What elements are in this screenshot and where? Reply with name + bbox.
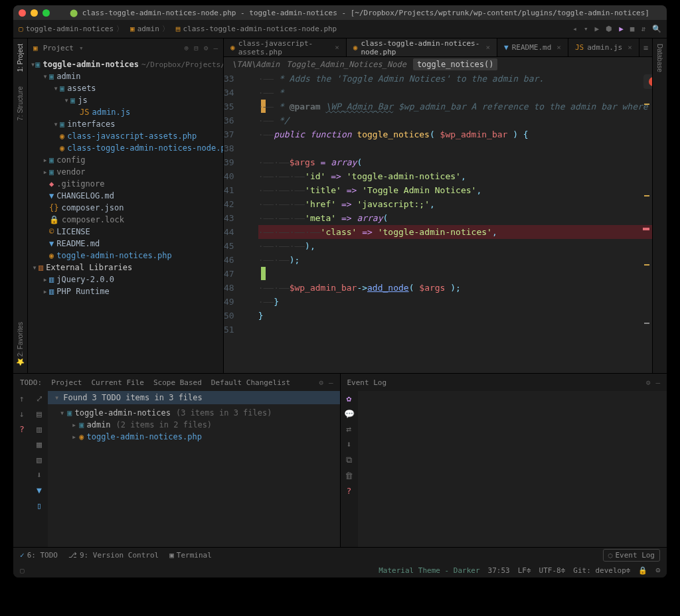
- tab-list-icon[interactable]: ≡: [639, 43, 652, 52]
- project-tree[interactable]: ▾▣toggle-admin-notices~/Dropbox/Projects…: [28, 57, 223, 373]
- tree-lib-jquery[interactable]: ▸▥jQuery-2.0.0: [28, 273, 223, 285]
- breadcrumb-project[interactable]: ▢toggle-admin-notices〉: [19, 24, 124, 34]
- collapse-all-icon[interactable]: ⊟: [194, 44, 199, 52]
- status-line-sep[interactable]: LF≑: [518, 566, 531, 575]
- clear-icon[interactable]: 🗑: [345, 471, 353, 481]
- status-git-branch[interactable]: Git: develop≑: [573, 566, 630, 575]
- close-icon[interactable]: ×: [556, 43, 561, 52]
- todo-tab-scope[interactable]: Scope Based: [153, 378, 202, 387]
- todo-tree-admin[interactable]: ▸▣admin(2 items in 2 files): [48, 419, 340, 431]
- copy-icon[interactable]: ⧉: [346, 455, 352, 465]
- crumb-function[interactable]: toggle_notices(): [413, 58, 498, 70]
- close-icon[interactable]: ×: [628, 43, 632, 52]
- tree-file-composerlock[interactable]: 🔒composer.lock: [28, 214, 223, 226]
- run-with-coverage-icon[interactable]: ▶: [619, 25, 624, 33]
- expand-icon[interactable]: ⤢: [36, 394, 43, 404]
- tree-folder-interfaces[interactable]: ▾▣interfaces: [28, 118, 223, 130]
- tree-folder-admin[interactable]: ▾▣admin: [28, 70, 223, 82]
- preview-icon[interactable]: ▯: [37, 501, 42, 510]
- database-tool-button[interactable]: Database: [656, 44, 663, 72]
- event-log-button[interactable]: ◌ Event Log: [603, 549, 660, 562]
- tab-readme[interactable]: ▼README.md×: [497, 38, 568, 56]
- structure-tool-button[interactable]: 7: Structure: [17, 86, 24, 121]
- vcs-update-icon[interactable]: ⇵: [641, 25, 645, 33]
- tab-ctan[interactable]: ◉class-toggle-admin-notices-node.php×: [347, 38, 497, 56]
- project-tool-button[interactable]: 1: Project: [17, 44, 24, 72]
- tree-file-license[interactable]: ©LICENSE: [28, 226, 223, 238]
- tree-folder-js[interactable]: ▾▣js: [28, 94, 223, 106]
- scroll-icon[interactable]: ⬇: [347, 439, 352, 449]
- tree-folder-assets[interactable]: ▾▣assets: [28, 82, 223, 94]
- flatten-icon[interactable]: ▧: [37, 455, 42, 465]
- favorites-tool-button[interactable]: ⭐ 2: Favorites: [17, 322, 24, 366]
- tree-file-readme[interactable]: ▼README.md: [28, 238, 223, 250]
- module-icon[interactable]: ▦: [37, 439, 42, 449]
- navigation-bar: ▢toggle-admin-notices〉 ▣admin〉 ▤class-to…: [13, 20, 667, 38]
- debug-icon[interactable]: ⬢: [606, 25, 612, 33]
- tree-file-adminjs[interactable]: JSadmin.js: [28, 106, 223, 118]
- project-view-label[interactable]: Project: [43, 44, 74, 52]
- help-icon[interactable]: ?: [347, 486, 352, 496]
- close-window-icon[interactable]: [19, 9, 26, 17]
- breadcrumb-file[interactable]: ▤class-toggle-admin-notices-node.php: [176, 25, 337, 33]
- status-theme[interactable]: Material Theme - Darker: [379, 566, 479, 575]
- back-icon[interactable]: ◂: [572, 25, 577, 33]
- lock-icon[interactable]: 🔒: [638, 566, 647, 575]
- run-icon[interactable]: ▶: [595, 25, 600, 33]
- breadcrumb-folder[interactable]: ▣admin〉: [130, 24, 169, 34]
- tree-file-composerjson[interactable]: {}composer.json: [28, 202, 223, 214]
- stop-icon[interactable]: ■: [630, 25, 635, 33]
- gear-icon[interactable]: ⚙: [204, 44, 209, 52]
- hide-panel-icon[interactable]: —: [329, 378, 333, 387]
- todo-tree-file[interactable]: ▸◉toggle-admin-notices.php: [48, 431, 340, 443]
- filter-icon[interactable]: ▼: [37, 485, 42, 495]
- close-icon[interactable]: ×: [485, 43, 490, 52]
- tab-adminjs[interactable]: JSadmin.js×: [568, 38, 639, 56]
- crumb-class[interactable]: Toggle_Admin_Notices_Node: [286, 60, 406, 69]
- status-caret-pos[interactable]: 37:53: [488, 566, 510, 575]
- tool-windows-icon[interactable]: ▢: [20, 566, 25, 575]
- hector-icon[interactable]: ☺: [655, 566, 660, 575]
- tree-folder-config[interactable]: ▸▣config: [28, 154, 223, 166]
- autoscroll-icon[interactable]: ▤: [37, 409, 42, 419]
- search-icon[interactable]: 🔍: [652, 25, 661, 33]
- hide-panel-icon[interactable]: —: [655, 378, 660, 387]
- prev-todo-icon[interactable]: ↑: [19, 394, 25, 404]
- todo-tree-root[interactable]: ▾▣toggle-admin-notices(3 items in 3 file…: [48, 407, 340, 419]
- settings-icon[interactable]: ✿: [347, 394, 352, 404]
- gear-icon[interactable]: ⚙: [319, 378, 323, 387]
- close-icon[interactable]: ×: [335, 43, 339, 52]
- next-todo-icon[interactable]: ↓: [19, 409, 25, 419]
- tree-folder-vendor[interactable]: ▸▣vendor: [28, 166, 223, 178]
- todo-tool-button[interactable]: ✓6: TODO: [20, 551, 58, 560]
- tree-file-changelog[interactable]: ▼CHANGELOG.md: [28, 190, 223, 202]
- export-icon[interactable]: ⬇: [37, 470, 42, 480]
- minimize-window-icon[interactable]: [31, 9, 38, 17]
- tree-file-tanphp[interactable]: ◉toggle-admin-notices.php: [28, 250, 223, 262]
- crumb-namespace[interactable]: \TAN\Admin: [232, 60, 280, 69]
- tree-root[interactable]: ▾▣toggle-admin-notices~/Dropbox/Projects…: [28, 58, 223, 70]
- scroll-from-source-icon[interactable]: ⊕: [185, 44, 189, 52]
- help-icon[interactable]: ?: [19, 424, 25, 434]
- tree-external-libs[interactable]: ▾▥External Libraries: [28, 262, 223, 273]
- todo-tab-current[interactable]: Current File: [91, 378, 143, 387]
- tree-lib-phprt[interactable]: ▸▥PHP Runtime: [28, 285, 223, 297]
- tab-cja[interactable]: ◉class-javascript-assets.php×: [224, 38, 347, 56]
- code-editor[interactable]: 33343536373839404142434445464748495051 ·…: [224, 72, 652, 373]
- wrap-icon[interactable]: ⇄: [347, 424, 352, 434]
- balloon-icon[interactable]: 💬: [344, 409, 355, 419]
- run-config-dropdown[interactable]: ▾: [584, 25, 588, 33]
- maximize-window-icon[interactable]: [42, 9, 50, 17]
- todo-tab-project[interactable]: Project: [51, 378, 82, 387]
- tree-file-gitignore[interactable]: ◆.gitignore: [28, 178, 223, 190]
- terminal-button[interactable]: ▣Terminal: [169, 551, 212, 560]
- todo-tab-changelist[interactable]: Default Changelist: [211, 378, 290, 387]
- tree-file-cja[interactable]: ◉class-javascript-assets.php: [28, 130, 223, 142]
- todo-summary-bar: ▾Found 3 TODO items in 3 files: [48, 391, 340, 404]
- group-by-icon[interactable]: ▥: [37, 424, 42, 434]
- status-encoding[interactable]: UTF-8≑: [539, 566, 566, 575]
- version-control-button[interactable]: ⎇9: Version Control: [68, 551, 159, 560]
- hide-panel-icon[interactable]: —: [213, 44, 218, 52]
- gear-icon[interactable]: ⚙: [646, 378, 651, 387]
- tree-file-ctan[interactable]: ◉class-toggle-admin-notices-node.php: [28, 142, 223, 154]
